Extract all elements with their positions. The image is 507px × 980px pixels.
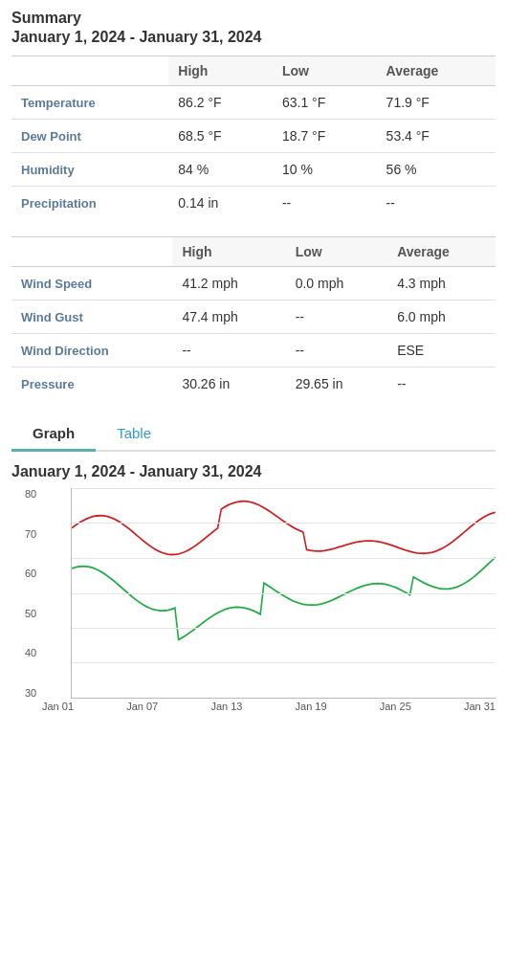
table-row: Precipitation 0.14 in -- -- [11, 187, 496, 220]
table-row: Pressure 30.26 in 29.65 in -- [11, 368, 496, 401]
chart-area [71, 488, 496, 699]
x-label: Jan 13 [210, 701, 242, 712]
table-row: Wind Gust 47.4 mph -- 6.0 mph [11, 301, 496, 334]
chart-wrapper: 80 70 60 50 40 30 [11, 488, 496, 699]
x-label: Jan 25 [380, 701, 411, 712]
row-low: 63.1 °F [273, 86, 377, 120]
x-axis: Jan 01 Jan 07 Jan 13 Jan 19 Jan 25 Jan 3… [42, 701, 496, 712]
table-row: Wind Direction -- -- ESE [11, 334, 496, 368]
summary-table-1: High Low Average Temperature 86.2 °F 63.… [11, 56, 496, 219]
row-avg: ESE [387, 334, 496, 368]
table-row: Wind Speed 41.2 mph 0.0 mph 4.3 mph [11, 267, 496, 301]
table-row: Humidity 84 % 10 % 56 % [11, 153, 496, 187]
y-label: 60 [25, 568, 36, 579]
y-label: 40 [25, 647, 36, 658]
col-low-2: Low [286, 237, 388, 267]
col-high-1: High [168, 56, 273, 86]
tab-graph[interactable]: Graph [11, 417, 96, 452]
x-label: Jan 31 [464, 701, 496, 712]
col-high-2: High [172, 237, 285, 267]
col-avg-2: Average [387, 237, 496, 267]
row-low: 0.0 mph [286, 267, 388, 301]
row-label: Wind Gust [11, 301, 172, 334]
row-label: Temperature [11, 86, 168, 120]
row-label: Pressure [11, 368, 172, 401]
table-row: Dew Point 68.5 °F 18.7 °F 53.4 °F [11, 120, 496, 153]
row-low: 29.65 in [286, 368, 388, 401]
x-label: Jan 07 [126, 701, 158, 712]
summary-table-2: High Low Average Wind Speed 41.2 mph 0.0… [11, 236, 496, 400]
col-label-1 [11, 56, 168, 86]
col-avg-1: Average [377, 56, 496, 86]
x-label: Jan 19 [296, 701, 327, 712]
row-low: -- [286, 301, 388, 334]
chart-title: January 1, 2024 - January 31, 2024 [11, 463, 496, 480]
page-container: Summary January 1, 2024 - January 31, 20… [11, 10, 496, 712]
y-axis: 80 70 60 50 40 30 [11, 488, 40, 699]
y-label: 30 [25, 687, 36, 699]
row-high: 41.2 mph [172, 267, 285, 301]
row-label: Humidity [11, 153, 168, 187]
row-label: Precipitation [11, 187, 168, 220]
summary-date-range: January 1, 2024 - January 31, 2024 [11, 29, 496, 46]
row-high: 86.2 °F [168, 86, 273, 120]
row-avg: 71.9 °F [377, 86, 496, 120]
row-avg: 53.4 °F [377, 120, 496, 153]
row-avg: -- [387, 368, 496, 401]
y-label: 50 [25, 608, 36, 619]
col-low-1: Low [273, 56, 377, 86]
row-high: 30.26 in [172, 368, 285, 401]
row-high: 0.14 in [168, 187, 273, 220]
row-low: -- [286, 334, 388, 368]
row-high: -- [172, 334, 285, 368]
tabs-container: Graph Table [11, 417, 496, 452]
row-avg: 4.3 mph [387, 267, 496, 301]
row-high: 84 % [168, 153, 273, 187]
col-label-2 [11, 237, 172, 267]
row-high: 47.4 mph [172, 301, 285, 334]
row-low: 18.7 °F [273, 120, 377, 153]
y-label: 80 [25, 488, 36, 500]
row-label: Wind Direction [11, 334, 172, 368]
summary-heading: Summary [11, 10, 496, 27]
row-label: Dew Point [11, 120, 168, 153]
row-avg: -- [377, 187, 496, 220]
table-row: Temperature 86.2 °F 63.1 °F 71.9 °F [11, 86, 496, 120]
row-avg: 6.0 mph [387, 301, 496, 334]
row-label: Wind Speed [11, 267, 172, 301]
x-label: Jan 01 [42, 701, 74, 712]
row-avg: 56 % [377, 153, 496, 187]
y-label: 70 [25, 528, 36, 540]
row-low: -- [273, 187, 377, 220]
row-high: 68.5 °F [168, 120, 273, 153]
row-low: 10 % [273, 153, 377, 187]
tab-table[interactable]: Table [96, 417, 172, 452]
